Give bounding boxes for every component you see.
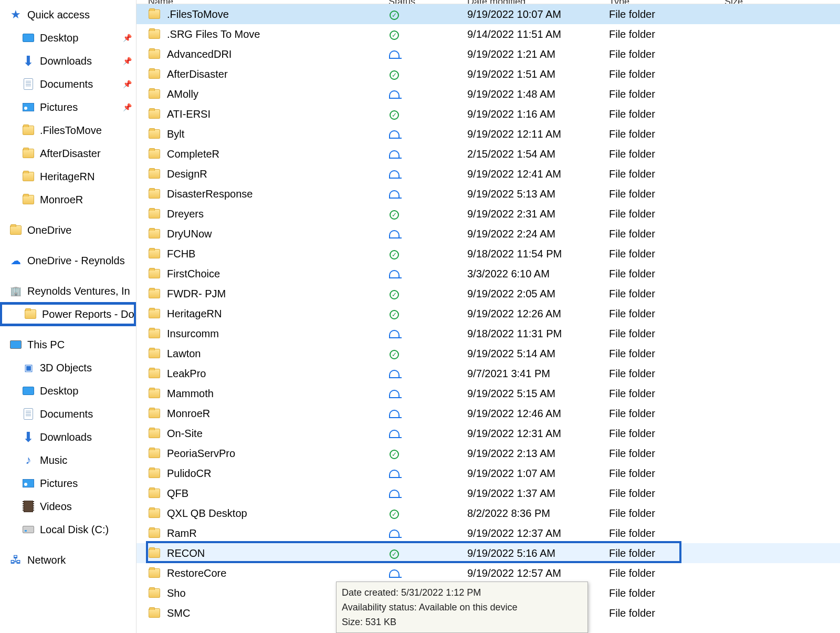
file-row[interactable]: DisasterResponse9/19/2022 5:13 AMFile fo… bbox=[136, 184, 840, 204]
column-header-size[interactable]: Size bbox=[724, 0, 798, 4]
sync-available-icon bbox=[388, 309, 400, 320]
folder-icon bbox=[22, 147, 35, 160]
file-row[interactable]: HeritageRN9/19/2022 12:26 AMFile folder bbox=[136, 304, 840, 324]
nav-onedrive[interactable]: OneDrive bbox=[0, 219, 136, 242]
file-date-cell: 9/19/2022 1:07 AM bbox=[467, 468, 609, 480]
nav-this-pc[interactable]: This PC bbox=[0, 333, 136, 356]
file-row[interactable]: QXL QB Desktop8/2/2022 8:36 PMFile folde… bbox=[136, 503, 840, 523]
file-row[interactable]: FWDR- PJM9/19/2022 2:05 AMFile folder bbox=[136, 284, 840, 304]
file-row[interactable]: RamR9/19/2022 12:37 AMFile folder bbox=[136, 523, 840, 543]
tooltip-line: Date created: 5/31/2022 1:12 PM bbox=[342, 585, 582, 600]
nav-power-reports[interactable]: Power Reports - Do bbox=[0, 303, 136, 326]
file-row[interactable]: LeakPro9/7/2021 3:41 PMFile folder bbox=[136, 364, 840, 383]
file-date-cell: 9/19/2022 12:37 AM bbox=[467, 527, 609, 539]
file-row[interactable]: Insurcomm9/18/2022 11:31 PMFile folder bbox=[136, 324, 840, 344]
file-date-cell: 9/18/2022 11:31 PM bbox=[467, 328, 609, 340]
sync-available-icon bbox=[388, 9, 400, 21]
nav-documents-2[interactable]: Documents bbox=[0, 402, 136, 426]
column-header-date[interactable]: Date modified bbox=[467, 0, 609, 4]
file-row[interactable]: FirstChoice3/3/2022 6:10 AMFile folder bbox=[136, 264, 840, 284]
file-date-cell: 9/19/2022 10:07 AM bbox=[467, 8, 609, 20]
file-row[interactable]: ATI-ERSI9/19/2022 1:16 AMFile folder bbox=[136, 104, 840, 124]
column-header-status[interactable]: Status bbox=[388, 0, 467, 4]
nav-filestomove[interactable]: .FilesToMove bbox=[0, 119, 136, 142]
file-type-cell: File folder bbox=[609, 587, 724, 599]
nav-pictures[interactable]: Pictures 📌 bbox=[0, 96, 136, 119]
nav-onedrive-reynolds[interactable]: ☁ OneDrive - Reynolds bbox=[0, 249, 136, 272]
nav-label: 3D Objects bbox=[40, 362, 92, 374]
file-row[interactable]: RECON9/19/2022 5:16 AMFile folder bbox=[136, 543, 840, 563]
file-name-cell: Lawton bbox=[136, 347, 388, 360]
file-status-cell bbox=[388, 408, 467, 420]
file-row[interactable]: DryUNow9/19/2022 2:24 AMFile folder bbox=[136, 224, 840, 244]
nav-music[interactable]: ♪ Music bbox=[0, 449, 136, 472]
file-row[interactable]: Lawton9/19/2022 5:14 AMFile folder bbox=[136, 344, 840, 364]
nav-monroer[interactable]: MonroeR bbox=[0, 188, 136, 211]
file-row[interactable]: AfterDisaster9/19/2022 1:51 AMFile folde… bbox=[136, 64, 840, 84]
nav-afterdisaster[interactable]: AfterDisaster bbox=[0, 142, 136, 165]
file-date-cell: 9/19/2022 1:16 AM bbox=[467, 108, 609, 120]
nav-heritagern[interactable]: HeritageRN bbox=[0, 165, 136, 188]
nav-pictures-2[interactable]: Pictures bbox=[0, 472, 136, 495]
nav-reynolds-ventures[interactable]: 🏢 Reynolds Ventures, In bbox=[0, 279, 136, 303]
folder-icon bbox=[22, 193, 35, 206]
file-status-cell bbox=[388, 168, 467, 180]
nav-3d-objects[interactable]: ▣ 3D Objects bbox=[0, 356, 136, 379]
column-header-type[interactable]: Type bbox=[609, 0, 724, 4]
folder-icon bbox=[148, 267, 161, 280]
file-date-cell: 9/19/2022 12:11 AM bbox=[467, 128, 609, 140]
file-row[interactable]: PeoriaServPro9/19/2022 2:13 AMFile folde… bbox=[136, 443, 840, 463]
file-row[interactable]: MonroeR9/19/2022 12:46 AMFile folder bbox=[136, 403, 840, 423]
file-row[interactable]: QFB9/19/2022 1:37 AMFile folder bbox=[136, 483, 840, 503]
file-row[interactable]: AdvancedDRI9/19/2022 1:21 AMFile folder bbox=[136, 44, 840, 64]
nav-desktop-2[interactable]: Desktop bbox=[0, 379, 136, 402]
file-name-cell: CompleteR bbox=[136, 148, 388, 160]
nav-documents[interactable]: Documents 📌 bbox=[0, 72, 136, 96]
nav-network[interactable]: 🖧 Network bbox=[0, 548, 136, 572]
nav-desktop[interactable]: Desktop 📌 bbox=[0, 26, 136, 49]
file-row[interactable]: PulidoCR9/19/2022 1:07 AMFile folder bbox=[136, 463, 840, 483]
document-icon bbox=[22, 408, 35, 420]
file-name-cell: DisasterResponse bbox=[136, 188, 388, 200]
file-status-cell bbox=[388, 507, 467, 520]
file-status-cell bbox=[388, 128, 467, 140]
star-icon: ★ bbox=[9, 8, 22, 21]
file-row[interactable]: .SRG Files To Move9/14/2022 11:51 AMFile… bbox=[136, 24, 840, 44]
file-name-cell: FCHB bbox=[136, 247, 388, 260]
nav-downloads[interactable]: ⬇ Downloads 📌 bbox=[0, 49, 136, 72]
file-name-cell: AMolly bbox=[136, 88, 388, 100]
file-row[interactable]: RestoreCore9/19/2022 12:57 AMFile folder bbox=[136, 563, 840, 583]
file-status-cell bbox=[388, 487, 467, 500]
document-icon bbox=[22, 78, 35, 90]
nav-quick-access[interactable]: ★ Quick access bbox=[0, 3, 136, 26]
file-status-cell bbox=[388, 88, 467, 100]
file-row[interactable]: CompleteR2/15/2022 1:54 AMFile folder bbox=[136, 144, 840, 164]
file-status-cell bbox=[388, 527, 467, 539]
file-row[interactable]: DesignR9/19/2022 12:41 AMFile folder bbox=[136, 164, 840, 184]
file-name-cell: RestoreCore bbox=[136, 567, 388, 579]
nav-local-disk[interactable]: Local Disk (C:) bbox=[0, 518, 136, 541]
file-row[interactable]: Bylt9/19/2022 12:11 AMFile folder bbox=[136, 124, 840, 144]
file-list[interactable]: .FilesToMove9/19/2022 10:07 AMFile folde… bbox=[136, 4, 840, 633]
column-header-name[interactable]: Name bbox=[136, 0, 388, 4]
nav-downloads-2[interactable]: ⬇ Downloads bbox=[0, 426, 136, 449]
nav-videos[interactable]: Videos bbox=[0, 495, 136, 518]
file-row[interactable]: Dreyers9/19/2022 2:31 AMFile folder bbox=[136, 204, 840, 224]
sync-cloud-icon bbox=[388, 88, 400, 100]
file-name-label: Dreyers bbox=[167, 208, 204, 220]
file-name-cell: QXL QB Desktop bbox=[136, 507, 388, 520]
file-row[interactable]: .FilesToMove9/19/2022 10:07 AMFile folde… bbox=[136, 4, 840, 24]
file-row[interactable]: On-Site9/19/2022 12:31 AMFile folder bbox=[136, 423, 840, 443]
music-icon: ♪ bbox=[22, 454, 35, 466]
file-type-cell: File folder bbox=[609, 308, 724, 320]
file-row[interactable]: FCHB9/18/2022 11:54 PMFile folder bbox=[136, 244, 840, 264]
file-row[interactable]: Mammoth9/19/2022 5:15 AMFile folder bbox=[136, 383, 840, 403]
file-row[interactable]: AMolly9/19/2022 1:48 AMFile folder bbox=[136, 84, 840, 104]
file-date-cell: 9/19/2022 2:31 AM bbox=[467, 208, 609, 220]
folder-icon bbox=[22, 124, 35, 137]
file-type-cell: File folder bbox=[609, 188, 724, 200]
file-name-label: FWDR- PJM bbox=[167, 288, 226, 300]
file-date-cell: 9/19/2022 5:13 AM bbox=[467, 188, 609, 200]
file-name-label: DisasterResponse bbox=[167, 188, 253, 200]
nav-label: Quick access bbox=[27, 9, 90, 21]
